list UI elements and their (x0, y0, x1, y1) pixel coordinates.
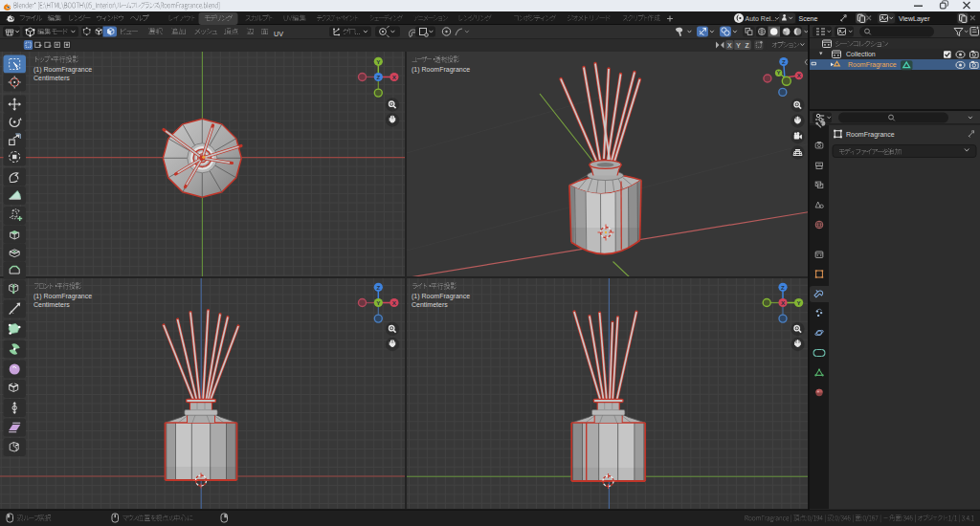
svg-text:Collection: Collection (846, 51, 876, 57)
svg-text:Centimeters: Centimeters (412, 301, 448, 308)
svg-text:(1) RoomFragrance: (1) RoomFragrance (412, 293, 470, 300)
svg-text:Z: Z (376, 284, 380, 291)
svg-text:(1) RoomFragrance: (1) RoomFragrance (33, 293, 92, 300)
svg-text:Z: Z (746, 42, 749, 49)
svg-text:X: X (727, 42, 732, 49)
svg-text:Centimeters: Centimeters (33, 75, 70, 81)
svg-text:Scene: Scene (799, 15, 818, 22)
svg-text:UV: UV (274, 30, 283, 38)
svg-text:Z: Z (376, 74, 380, 80)
svg-text:Y: Y (736, 42, 741, 49)
svg-text:ViewLayer: ViewLayer (899, 15, 930, 23)
svg-text:RoomFragrance: RoomFragrance (848, 61, 897, 69)
svg-text:Centimeters: Centimeters (33, 301, 70, 308)
svg-text:(1) RoomFragrance: (1) RoomFragrance (33, 66, 92, 74)
svg-text:Z: Z (781, 284, 785, 291)
svg-text:(1) RoomFragrance: (1) RoomFragrance (412, 66, 470, 74)
svg-text:Auto Rel...: Auto Rel... (746, 15, 777, 22)
svg-text:Z: Z (782, 58, 786, 65)
